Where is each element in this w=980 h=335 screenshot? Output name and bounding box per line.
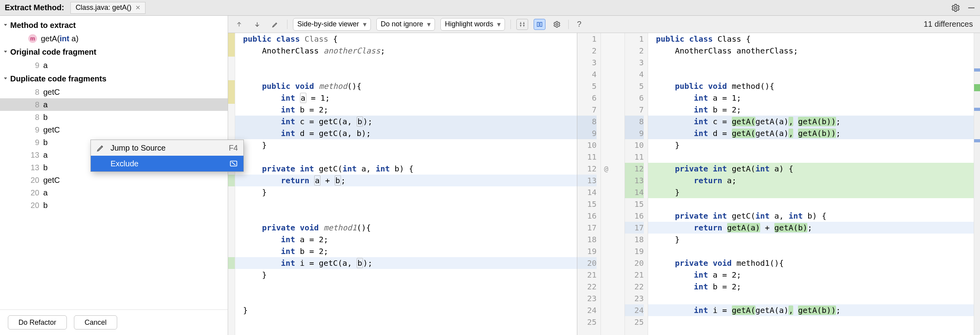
code-line: int b = 2; [648,104,974,116]
code-line: private int getA(int a) { [648,163,974,175]
code-line: int a = 1; [235,92,577,104]
context-menu: Jump to Source F4 Exclude [90,140,244,172]
code-line: public class Class { [648,33,974,45]
gear-icon[interactable] [951,3,960,13]
tree-item[interactable]: 8getC [0,86,228,98]
section-original-fragment[interactable]: Original code fragment [0,45,228,59]
code-line: } [648,186,974,198]
file-tab-label: Class.java: getA() [76,4,131,12]
code-line: } [235,139,577,151]
code-line: } [648,139,974,151]
svg-rect-4 [537,22,539,26]
panel-title: Extract Method: [5,3,64,12]
at-marker-icon: @ [604,164,608,173]
code-line [648,57,974,68]
code-line: public class Class { [235,33,577,45]
tree-item[interactable]: 9a [0,59,228,72]
right-line-gutter: 1234567891011121314151617181920212223242… [624,33,648,335]
svg-rect-5 [540,22,542,26]
cancel-button[interactable]: Cancel [74,315,117,329]
code-line [235,68,577,80]
diff-toolbar: Side-by-side viewer ▾ Do not ignore ▾ Hi… [228,16,980,33]
code-line: AnotherClass anotherClass; [648,45,974,57]
svg-point-0 [954,7,957,9]
tree-item[interactable]: 8a [0,98,228,111]
help-button[interactable]: ? [574,18,584,30]
code-line [235,151,577,163]
code-line [648,198,974,210]
section-duplicate-fragments[interactable]: Duplicate code fragments [0,72,228,86]
tree-item[interactable]: 20a [0,186,228,199]
right-overview-strip[interactable] [974,33,980,335]
next-diff-button[interactable] [251,18,263,30]
code-line: private void method1(){ [235,222,577,234]
file-tab[interactable]: Class.java: getA() ✕ [70,2,146,14]
tree-item[interactable]: 8b [0,111,228,123]
code-line: public void method(){ [235,80,577,92]
code-line: int i = getC(a, b); [235,257,577,269]
code-line [235,316,577,328]
close-icon[interactable]: ✕ [135,4,140,11]
diff-count-label: 11 differences [924,20,975,29]
highlight-dropdown[interactable]: Highlight words ▾ [440,18,505,31]
menu-jump-to-source[interactable]: Jump to Source F4 [91,140,243,156]
chevron-down-icon: ▾ [497,20,501,29]
code-line: int d = getC(a, b); [235,127,577,139]
tree-item[interactable]: 20getC [0,174,228,186]
sync-scroll-button[interactable] [534,19,545,30]
prev-diff-button[interactable] [233,18,245,30]
code-line: private int getC(int a, int b) { [648,210,974,222]
code-line: } [235,186,577,198]
diff-link-channel: @ [601,33,624,335]
code-line: int a = 2; [235,234,577,245]
tree-item[interactable]: 9getC [0,123,228,136]
code-line: int b = 2; [648,281,974,293]
diff-left-pane[interactable]: public class Class { AnotherClass anothe… [235,33,577,335]
code-line [648,151,974,163]
method-icon: m [28,34,37,43]
viewer-mode-dropdown[interactable]: Side-by-side viewer ▾ [293,18,371,31]
exclude-icon [229,159,238,168]
code-line: return a + b; [235,175,577,186]
left-line-gutter: 1234567891011121314151617181920212223242… [577,33,601,335]
code-line [648,245,974,257]
code-line: int c = getA(getA(a), getA(b)); [648,116,974,127]
code-line [235,198,577,210]
code-line: return getA(a) + getA(b); [648,222,974,234]
method-signature-row[interactable]: m getA(int a) [0,32,228,45]
chevron-down-icon: ▾ [427,20,431,29]
code-line: int i = getA(getA(a), getA(b)); [648,304,974,316]
code-line: int c = getC(a, b); [235,116,577,127]
svg-point-6 [556,23,558,25]
code-line: AnotherClass anotherClass; [235,45,577,57]
code-line: } [235,304,577,316]
code-line: public void method(){ [648,80,974,92]
code-line [648,293,974,304]
menu-exclude[interactable]: Exclude [91,156,243,171]
section-method-to-extract[interactable]: Method to extract [0,18,228,32]
left-change-strip [228,33,235,335]
ignore-dropdown[interactable]: Do not ignore ▾ [376,18,435,31]
code-line [235,281,577,293]
code-line: return a; [648,175,974,186]
diff-settings-button[interactable] [551,19,563,30]
code-line [235,57,577,68]
diff-right-pane[interactable]: public class Class { AnotherClass anothe… [648,33,974,335]
title-bar: Extract Method: Class.java: getA() ✕ [0,0,980,16]
code-line: } [648,234,974,245]
code-line: private void method1(){ [648,257,974,269]
pencil-icon [96,144,105,152]
code-line: } [235,269,577,281]
tree-item[interactable]: 20b [0,199,228,212]
collapse-unchanged-button[interactable] [516,19,528,30]
code-line [648,316,974,328]
edit-diff-button[interactable] [269,18,282,30]
code-line: int b = 2; [235,104,577,116]
svg-line-3 [232,162,235,165]
code-line: private int getC(int a, int b) { [235,163,577,175]
code-line: int a = 2; [648,269,974,281]
code-line: int a = 1; [648,92,974,104]
code-line: int b = 2; [235,245,577,257]
minimize-icon[interactable] [967,3,976,13]
do-refactor-button[interactable]: Do Refactor [8,315,67,329]
